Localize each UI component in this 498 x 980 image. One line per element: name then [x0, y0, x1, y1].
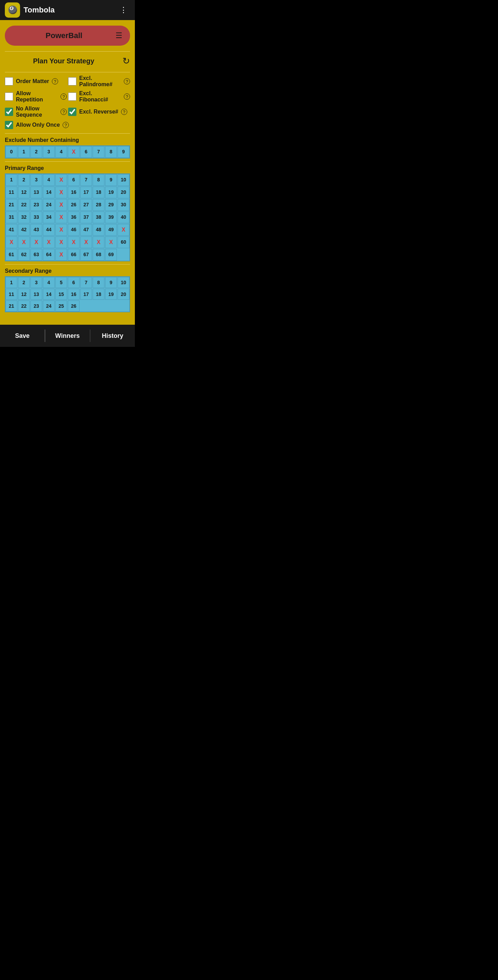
no-allow-sequence-item[interactable]: No Allow Sequence ?: [5, 106, 67, 118]
primary-cell[interactable]: 14: [43, 186, 55, 198]
excl-reverse-item[interactable]: Excl. Reverse# ?: [68, 106, 130, 118]
allow-only-once-help-icon[interactable]: ?: [63, 122, 69, 128]
history-button[interactable]: History: [90, 326, 135, 346]
secondary-cell[interactable]: 4: [43, 277, 55, 288]
primary-cell[interactable]: X: [56, 174, 67, 186]
winners-button[interactable]: Winners: [45, 326, 90, 346]
secondary-cell[interactable]: 23: [30, 301, 42, 312]
excl-palindrome-checkbox[interactable]: [68, 77, 76, 86]
primary-cell[interactable]: X: [56, 224, 67, 236]
primary-cell[interactable]: 8: [93, 174, 105, 186]
exclude-cell[interactable]: 6: [80, 146, 92, 158]
secondary-cell[interactable]: 7: [80, 277, 92, 288]
primary-cell[interactable]: 64: [43, 249, 55, 261]
primary-cell[interactable]: 62: [18, 249, 30, 261]
primary-cell[interactable]: 49: [105, 224, 117, 236]
primary-cell[interactable]: 63: [30, 249, 42, 261]
secondary-cell[interactable]: 3: [30, 277, 42, 288]
allow-repetition-help-icon[interactable]: ?: [60, 94, 67, 100]
secondary-cell[interactable]: 15: [56, 289, 67, 300]
excl-palindrome-item[interactable]: Excl. Palindrome# ?: [68, 75, 130, 88]
overflow-menu-button[interactable]: ⋮: [117, 4, 130, 16]
primary-cell[interactable]: 41: [6, 224, 17, 236]
secondary-cell[interactable]: 5: [56, 277, 67, 288]
primary-cell[interactable]: 23: [30, 199, 42, 211]
primary-cell[interactable]: X: [68, 236, 79, 248]
primary-cell[interactable]: 17: [80, 186, 92, 198]
order-matter-help-icon[interactable]: ?: [52, 78, 58, 84]
secondary-cell[interactable]: 6: [68, 277, 79, 288]
secondary-cell[interactable]: 21: [6, 301, 17, 312]
primary-cell[interactable]: X: [56, 249, 67, 261]
primary-cell[interactable]: 2: [18, 174, 30, 186]
allow-repetition-checkbox[interactable]: [5, 92, 13, 101]
primary-cell[interactable]: 32: [18, 212, 30, 223]
primary-cell[interactable]: 36: [68, 212, 79, 223]
primary-cell[interactable]: 12: [18, 186, 30, 198]
secondary-cell[interactable]: 12: [18, 289, 30, 300]
primary-cell[interactable]: 28: [93, 199, 105, 211]
primary-cell[interactable]: X: [30, 236, 42, 248]
primary-cell[interactable]: 33: [30, 212, 42, 223]
secondary-cell[interactable]: 22: [18, 301, 30, 312]
secondary-cell[interactable]: 24: [43, 301, 55, 312]
secondary-cell[interactable]: 11: [6, 289, 17, 300]
primary-cell[interactable]: 16: [68, 186, 79, 198]
allow-repetition-item[interactable]: Allow Repetition ?: [5, 90, 67, 103]
primary-cell[interactable]: 40: [117, 212, 129, 223]
primary-cell[interactable]: 61: [6, 249, 17, 261]
primary-cell[interactable]: 21: [6, 199, 17, 211]
primary-cell[interactable]: 4: [43, 174, 55, 186]
primary-cell[interactable]: 20: [117, 186, 129, 198]
secondary-cell[interactable]: 20: [117, 289, 129, 300]
primary-cell[interactable]: 69: [105, 249, 117, 261]
excl-fibonacci-item[interactable]: Excl. Fibonacci# ?: [68, 90, 130, 103]
primary-cell[interactable]: 19: [105, 186, 117, 198]
primary-cell[interactable]: 68: [93, 249, 105, 261]
primary-cell[interactable]: X: [43, 236, 55, 248]
primary-cell[interactable]: 48: [93, 224, 105, 236]
primary-cell[interactable]: X: [56, 236, 67, 248]
exclude-cell[interactable]: 7: [93, 146, 105, 158]
primary-cell[interactable]: 9: [105, 174, 117, 186]
exclude-cell[interactable]: 2: [30, 146, 42, 158]
primary-cell[interactable]: 67: [80, 249, 92, 261]
secondary-cell[interactable]: 2: [18, 277, 30, 288]
primary-cell[interactable]: 27: [80, 199, 92, 211]
exclude-cell[interactable]: 9: [117, 146, 129, 158]
exclude-cell[interactable]: 4: [56, 146, 67, 158]
secondary-cell[interactable]: 18: [93, 289, 105, 300]
exclude-cell[interactable]: 1: [18, 146, 30, 158]
primary-cell[interactable]: X: [56, 199, 67, 211]
primary-cell[interactable]: 3: [30, 174, 42, 186]
primary-cell[interactable]: 22: [18, 199, 30, 211]
primary-cell[interactable]: 29: [105, 199, 117, 211]
excl-fibonacci-help-icon[interactable]: ?: [124, 94, 130, 100]
exclude-cell[interactable]: 8: [105, 146, 117, 158]
primary-cell[interactable]: 34: [43, 212, 55, 223]
secondary-cell[interactable]: 17: [80, 289, 92, 300]
primary-cell[interactable]: 30: [117, 199, 129, 211]
primary-cell[interactable]: X: [56, 186, 67, 198]
primary-cell[interactable]: X: [18, 236, 30, 248]
primary-cell[interactable]: 6: [68, 174, 79, 186]
primary-cell[interactable]: 26: [68, 199, 79, 211]
primary-cell[interactable]: 1: [6, 174, 17, 186]
powerball-button[interactable]: PowerBall ☰: [5, 25, 130, 46]
excl-fibonacci-checkbox[interactable]: [68, 92, 76, 101]
excl-reverse-help-icon[interactable]: ?: [121, 109, 127, 115]
save-button[interactable]: Save: [0, 326, 44, 346]
secondary-cell[interactable]: 8: [93, 277, 105, 288]
primary-cell[interactable]: X: [93, 236, 105, 248]
primary-cell[interactable]: 38: [93, 212, 105, 223]
order-matter-checkbox[interactable]: [5, 77, 13, 86]
secondary-cell[interactable]: 1: [6, 277, 17, 288]
exclude-cell[interactable]: 0: [6, 146, 17, 158]
allow-only-once-checkbox[interactable]: [5, 121, 13, 129]
primary-cell[interactable]: 66: [68, 249, 79, 261]
secondary-cell[interactable]: 16: [68, 289, 79, 300]
no-allow-sequence-help-icon[interactable]: ?: [60, 109, 67, 115]
primary-cell[interactable]: 24: [43, 199, 55, 211]
exclude-cell[interactable]: 3: [43, 146, 55, 158]
secondary-cell[interactable]: 19: [105, 289, 117, 300]
